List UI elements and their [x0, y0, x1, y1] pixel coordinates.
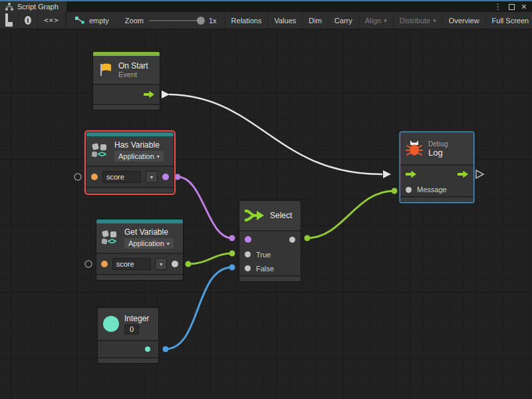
values-toggle[interactable]: Values — [268, 12, 303, 29]
variable-name-field[interactable] — [102, 171, 141, 183]
full-screen-button[interactable]: Full Screen — [486, 12, 532, 29]
node-header: On Start Event — [93, 56, 160, 84]
align-dropdown[interactable]: Align ▾ — [359, 12, 394, 29]
node-title: Log — [428, 148, 448, 158]
scope-label: Application — [118, 152, 154, 160]
node-footer — [400, 196, 473, 202]
wire-end-dot — [163, 346, 169, 352]
node-body — [98, 340, 158, 357]
node-title: Select — [270, 211, 292, 220]
node-header: <> Get Variable Application ▾ — [96, 223, 183, 253]
wire-flow-onstart-to-log[interactable] — [170, 94, 382, 174]
carry-toggle[interactable]: Carry — [329, 12, 359, 29]
tab-script-graph[interactable]: Script Graph — [0, 1, 66, 12]
info-icon: i — [25, 16, 31, 25]
wire-end-dot — [186, 261, 192, 267]
flag-icon — [98, 63, 113, 77]
node-header: <> Has Variable Application ▾ — [86, 136, 174, 166]
message-input-port[interactable] — [406, 187, 412, 193]
node-debug-log[interactable]: Debug Log Message — [400, 132, 473, 202]
flow-dest-arrowhead — [383, 170, 391, 178]
relations-toggle[interactable]: Relations — [225, 12, 269, 29]
select-merge-icon — [245, 208, 265, 223]
node-footer — [93, 104, 160, 110]
flow-source-arrowhead — [162, 90, 170, 98]
wire-hasvariable-to-select[interactable] — [178, 177, 232, 238]
node-title: Integer — [124, 314, 149, 323]
dim-toggle[interactable]: Dim — [303, 12, 329, 29]
node-body: True False — [239, 230, 301, 275]
graph-pointer-icon — [74, 16, 85, 25]
dim-label: Dim — [309, 17, 322, 25]
scope-label: Application — [128, 239, 164, 247]
breadcrumb-label: empty — [89, 17, 109, 25]
unconnected-port-circle[interactable] — [85, 261, 92, 267]
full-screen-label: Full Screen — [492, 17, 529, 25]
carry-label: Carry — [334, 17, 352, 25]
graph-breadcrumb[interactable]: empty — [66, 12, 117, 29]
toolbar-right-group: Relations Values Dim Carry Align ▾ Distr… — [225, 12, 532, 29]
variables-icon: <> — [92, 143, 109, 159]
distribute-dropdown[interactable]: Distribute ▾ — [394, 12, 443, 29]
variable-name-field[interactable] — [112, 258, 151, 270]
wire-end-dot — [305, 235, 311, 241]
window-close-icon[interactable]: × — [521, 1, 527, 12]
window-maximize-icon[interactable] — [509, 4, 515, 10]
variable-name-dropdown-button[interactable]: ▾ — [146, 171, 158, 183]
flow-output-port[interactable] — [144, 91, 154, 98]
node-integer[interactable]: Integer — [98, 308, 158, 363]
true-input-port[interactable] — [245, 251, 251, 257]
code-icon: <×> — [44, 16, 59, 25]
lock-icon — [5, 15, 13, 27]
wire-select-to-log-message[interactable] — [307, 191, 394, 238]
value-output-port[interactable] — [172, 261, 178, 267]
node-on-start[interactable]: On Start Event — [93, 52, 160, 110]
code-preview-button[interactable]: <×> — [38, 12, 66, 29]
chevron-down-icon: ▾ — [160, 261, 162, 267]
overview-label: Overview — [449, 17, 479, 25]
window-controls: ⋮ × — [494, 1, 532, 12]
graph-hierarchy-icon — [5, 3, 13, 11]
unconnected-port-circle[interactable] — [74, 174, 81, 180]
variable-name-input-port[interactable] — [101, 261, 108, 267]
node-title: Get Variable — [124, 227, 174, 237]
variable-name-dropdown-button[interactable]: ▾ — [155, 258, 167, 270]
flow-output-port[interactable] — [458, 171, 468, 178]
selection-output-port[interactable] — [289, 237, 295, 243]
node-has-variable[interactable]: <> Has Variable Application ▾ ▾ — [86, 132, 174, 193]
unconnected-flow-triangle[interactable] — [476, 170, 483, 178]
wire-end-dot — [229, 235, 235, 241]
zoom-slider-handle[interactable] — [197, 17, 205, 25]
integer-value-field[interactable] — [124, 325, 139, 334]
flow-input-port[interactable] — [406, 171, 416, 178]
window-menu-icon[interactable]: ⋮ — [494, 2, 502, 11]
variable-name-input-port[interactable] — [91, 174, 98, 180]
node-title: On Start — [118, 61, 148, 70]
zoom-control: Zoom 1x — [117, 12, 225, 29]
overview-button[interactable]: Overview — [443, 12, 486, 29]
inspect-button[interactable]: i — [19, 12, 38, 29]
graph-canvas[interactable]: On Start Event <> Has Variable Applicati… — [0, 29, 532, 399]
variable-scope-dropdown[interactable]: Application ▾ — [124, 238, 174, 249]
variable-scope-dropdown[interactable]: Application ▾ — [114, 151, 164, 162]
wire-end-dot — [175, 174, 181, 180]
values-label: Values — [274, 17, 296, 25]
node-subtitle: Event — [118, 70, 148, 79]
boolean-output-port[interactable] — [162, 174, 169, 180]
relations-label: Relations — [231, 17, 262, 25]
zoom-slider[interactable] — [149, 20, 203, 21]
node-get-variable[interactable]: <> Get Variable Application ▾ ▾ — [96, 219, 183, 280]
integer-output-port[interactable] — [145, 346, 150, 352]
chevron-down-icon: ▾ — [167, 241, 170, 247]
lock-button[interactable] — [0, 12, 19, 29]
wire-getvariable-to-select-true[interactable] — [188, 253, 232, 264]
condition-input-port[interactable] — [245, 236, 251, 243]
wire-end-dot — [229, 251, 235, 257]
wire-end-dot — [229, 265, 235, 271]
node-footer — [98, 357, 158, 363]
integer-type-icon — [103, 316, 119, 332]
true-port-label: True — [256, 251, 271, 259]
titlebar: Script Graph ⋮ × — [0, 1, 532, 12]
node-select[interactable]: Select True False — [239, 201, 301, 281]
false-input-port[interactable] — [245, 265, 251, 271]
